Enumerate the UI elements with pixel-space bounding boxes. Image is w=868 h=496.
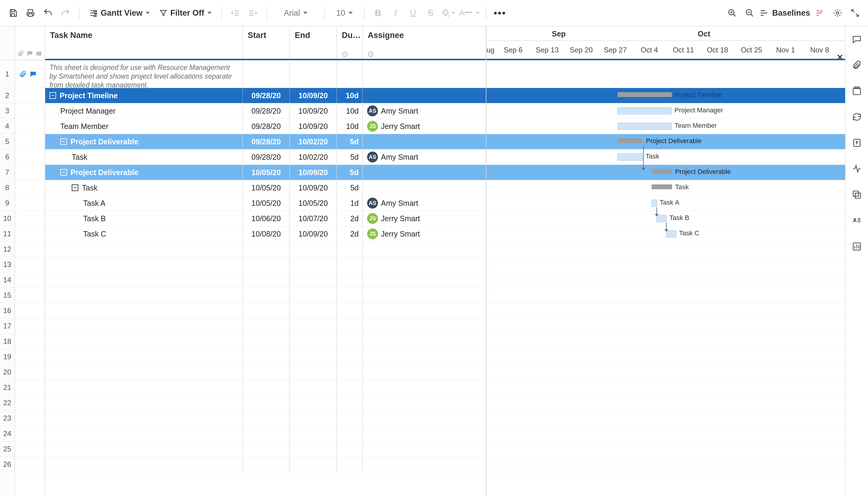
cell-start[interactable] bbox=[243, 441, 290, 456]
cell-start[interactable] bbox=[243, 457, 290, 472]
bold-button[interactable]: B bbox=[371, 5, 386, 20]
grid-row[interactable] bbox=[45, 319, 486, 334]
gantt-bar[interactable]: Task bbox=[618, 153, 643, 160]
row-number[interactable]: 20 bbox=[0, 365, 14, 380]
cell-assignee[interactable]: ASAmy Smart bbox=[363, 103, 439, 119]
row-number[interactable]: 23 bbox=[0, 411, 14, 426]
cell-dur[interactable]: 5d bbox=[337, 180, 363, 195]
cell-dur[interactable] bbox=[337, 319, 363, 334]
cell-end[interactable] bbox=[290, 349, 337, 364]
cell-start[interactable] bbox=[243, 426, 290, 441]
cell-dur[interactable]: 5d bbox=[337, 134, 363, 149]
grid-row[interactable] bbox=[45, 288, 486, 303]
cell-dur[interactable]: 5d bbox=[337, 150, 363, 165]
cell-start[interactable] bbox=[243, 380, 290, 395]
cell-task[interactable] bbox=[45, 380, 243, 395]
cell-task[interactable] bbox=[45, 257, 243, 272]
grid-row[interactable] bbox=[45, 441, 486, 457]
cell-dur[interactable] bbox=[337, 380, 363, 395]
zoom-in-button[interactable] bbox=[725, 5, 740, 20]
col-header-task[interactable]: Task Name bbox=[45, 27, 243, 60]
cell-start[interactable]: 10/05/20 bbox=[243, 165, 290, 180]
cell-ass[interactable] bbox=[363, 457, 439, 472]
cell-task[interactable]: Task C bbox=[45, 226, 243, 242]
activity-log-button[interactable] bbox=[850, 162, 864, 175]
proofs-button[interactable] bbox=[850, 84, 864, 98]
cell-ass[interactable] bbox=[363, 441, 439, 456]
cell-assignee[interactable] bbox=[363, 180, 439, 195]
cell-end[interactable] bbox=[290, 457, 337, 472]
cell-dur[interactable]: 2d bbox=[337, 211, 363, 226]
cell-end[interactable]: 10/09/20 bbox=[290, 180, 337, 195]
italic-button[interactable]: I bbox=[388, 5, 403, 20]
summary-button[interactable] bbox=[850, 240, 864, 253]
cell-dur[interactable] bbox=[337, 396, 363, 410]
cell-dur[interactable] bbox=[337, 457, 363, 472]
grid-row[interactable]: Task09/28/2010/02/205dASAmy Smart bbox=[45, 150, 486, 165]
cell-end[interactable]: 10/07/20 bbox=[290, 211, 337, 226]
cell-assignee[interactable] bbox=[363, 62, 439, 88]
cell-start[interactable] bbox=[243, 349, 290, 364]
row-number[interactable]: 21 bbox=[0, 380, 14, 396]
cell-end[interactable] bbox=[290, 62, 337, 88]
gantt-bar[interactable]: Project Deliverable bbox=[618, 138, 643, 143]
cell-end[interactable] bbox=[290, 273, 337, 288]
cell-dur[interactable] bbox=[337, 257, 363, 272]
cell-ass[interactable] bbox=[363, 349, 439, 364]
col-header-end[interactable]: End bbox=[290, 27, 337, 60]
cell-start[interactable]: 10/06/20 bbox=[243, 211, 290, 226]
cell-start[interactable] bbox=[243, 365, 290, 380]
publish-button[interactable] bbox=[850, 136, 864, 150]
cell-ass[interactable] bbox=[363, 396, 439, 410]
grid-row[interactable]: −Task10/05/2010/09/205d bbox=[45, 180, 486, 196]
cell-ass[interactable] bbox=[363, 288, 439, 303]
cell-dur[interactable]: 5d bbox=[337, 165, 363, 180]
cell-task[interactable] bbox=[45, 303, 243, 318]
col-header-start[interactable]: Start bbox=[243, 27, 290, 60]
cell-end[interactable] bbox=[290, 411, 337, 426]
zoom-out-button[interactable] bbox=[742, 5, 757, 20]
cell-task[interactable] bbox=[45, 242, 243, 257]
settings-button[interactable] bbox=[830, 5, 845, 20]
cell-dur[interactable]: 10d bbox=[337, 88, 363, 103]
copy-button[interactable] bbox=[850, 188, 864, 201]
row-number[interactable]: 12 bbox=[0, 242, 14, 257]
cell-task[interactable] bbox=[45, 319, 243, 334]
cell-task[interactable]: Team Member bbox=[45, 119, 243, 134]
font-family-dropdown[interactable]: Arial bbox=[273, 9, 318, 18]
cell-dur[interactable] bbox=[337, 288, 363, 303]
grid-row[interactable]: −Project Deliverable10/05/2010/09/205d bbox=[45, 165, 486, 180]
cell-end[interactable] bbox=[290, 426, 337, 441]
cell-end[interactable]: 10/02/20 bbox=[290, 150, 337, 165]
cell-ass[interactable] bbox=[363, 426, 439, 441]
cell-task[interactable] bbox=[45, 334, 243, 349]
row-number[interactable]: 8 bbox=[0, 180, 14, 196]
cell-end[interactable] bbox=[290, 380, 337, 395]
cell-end[interactable] bbox=[290, 242, 337, 257]
cell-ass[interactable] bbox=[363, 257, 439, 272]
cell-task[interactable]: −Task bbox=[45, 180, 243, 195]
cell-assignee[interactable] bbox=[363, 88, 439, 103]
row-number[interactable]: 7 bbox=[0, 165, 14, 180]
grid-row[interactable]: Task B10/06/2010/07/202dJSJerry Smart bbox=[45, 211, 486, 226]
row-number[interactable]: 16 bbox=[0, 303, 14, 319]
cell-assignee[interactable]: JSJerry Smart bbox=[363, 226, 439, 242]
row-number[interactable]: 14 bbox=[0, 273, 14, 288]
strike-button[interactable]: S bbox=[423, 5, 438, 20]
cell-task[interactable]: Task bbox=[45, 150, 243, 165]
cell-start[interactable]: 10/08/20 bbox=[243, 226, 290, 242]
gantt-bar[interactable]: Task bbox=[652, 184, 672, 189]
undo-button[interactable] bbox=[41, 5, 56, 20]
row-number[interactable]: 1 bbox=[0, 60, 14, 88]
attachments-button[interactable] bbox=[850, 59, 864, 72]
cell-assignee[interactable]: JSJerry Smart bbox=[363, 211, 439, 226]
cell-start[interactable]: 09/28/20 bbox=[243, 134, 290, 149]
cell-end[interactable] bbox=[290, 257, 337, 272]
cell-start[interactable] bbox=[243, 288, 290, 303]
row-number[interactable]: 3 bbox=[0, 103, 14, 119]
cell-ass[interactable] bbox=[363, 273, 439, 288]
cell-end[interactable] bbox=[290, 441, 337, 456]
cell-start[interactable] bbox=[243, 319, 290, 334]
row-number[interactable]: 18 bbox=[0, 334, 14, 349]
cell-assignee[interactable] bbox=[363, 134, 439, 149]
